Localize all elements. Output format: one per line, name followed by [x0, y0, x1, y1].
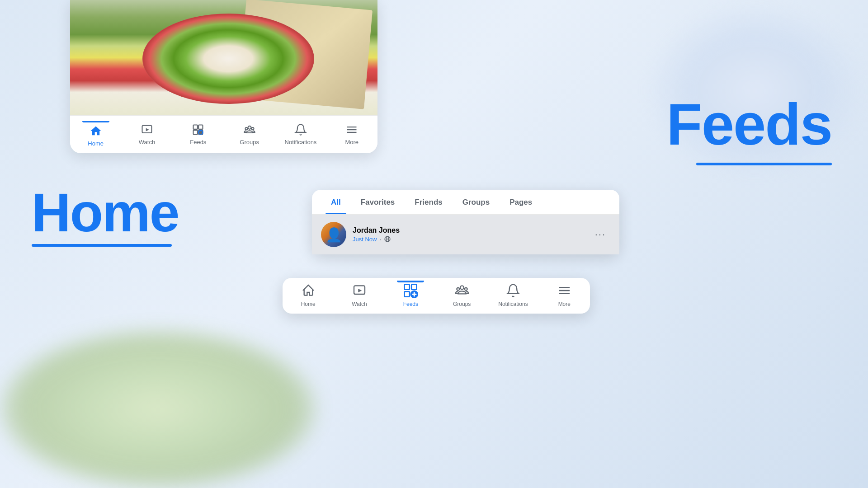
- active-indicator: [82, 121, 109, 122]
- svg-rect-20: [412, 285, 417, 290]
- bottom-nav-home-label: Home: [301, 301, 316, 307]
- feeds-label-underline: [696, 163, 832, 165]
- feeds-card: All Favorites Friends Groups Pages Jorda…: [312, 190, 619, 254]
- svg-rect-21: [405, 291, 410, 296]
- bottom-nav-watch[interactable]: Watch: [339, 282, 380, 307]
- home-icon: [89, 124, 103, 138]
- svg-marker-1: [146, 128, 149, 131]
- tab-friends[interactable]: Friends: [405, 190, 452, 214]
- bottom-groups-icon: [454, 282, 470, 299]
- nav-groups-label: Groups: [240, 139, 259, 145]
- bottom-more-icon: [556, 282, 572, 299]
- svg-marker-18: [358, 289, 362, 292]
- nav-item-home[interactable]: Home: [78, 121, 114, 147]
- background-blur-left: [0, 330, 316, 488]
- bottom-nav-notifications-label: Notifications: [498, 301, 528, 307]
- svg-rect-4: [193, 130, 198, 134]
- bottom-nav-groups-label: Groups: [453, 301, 471, 307]
- nav-item-groups[interactable]: Groups: [231, 122, 268, 145]
- bottom-nav-card: Home Watch: [283, 278, 590, 314]
- nav-item-more[interactable]: More: [334, 122, 370, 145]
- bottom-nav-notifications[interactable]: Notifications: [493, 282, 533, 307]
- post-header: Jordan Jones Just Now · ···: [312, 215, 619, 254]
- svg-text:↺: ↺: [199, 131, 203, 135]
- bottom-watch-icon: [351, 282, 368, 299]
- nav-watch-label: Watch: [139, 139, 155, 145]
- bottom-nav-bar: Home Watch: [283, 282, 590, 307]
- home-label: Home: [32, 185, 179, 239]
- nav-item-notifications[interactable]: Notifications: [283, 122, 319, 145]
- nav-notifications-label: Notifications: [285, 139, 317, 145]
- bottom-nav-more[interactable]: More: [544, 282, 585, 307]
- post-info: Jordan Jones Just Now ·: [353, 226, 584, 243]
- post-time: Just Now: [353, 236, 377, 243]
- bottom-home-icon: [300, 282, 316, 299]
- post-meta: Just Now ·: [353, 235, 584, 243]
- more-icon: [344, 122, 359, 137]
- svg-point-25: [464, 288, 467, 291]
- home-label-underline: [32, 244, 172, 247]
- bottom-nav-home[interactable]: Home: [288, 282, 329, 307]
- bottom-feeds-icon: [402, 282, 419, 299]
- feeds-icon: ↺: [191, 122, 205, 137]
- nav-feeds-label: Feeds: [190, 139, 206, 145]
- svg-point-23: [460, 286, 464, 289]
- svg-point-8: [248, 126, 251, 129]
- nav-item-feeds[interactable]: ↺ Feeds: [180, 122, 216, 145]
- tab-all[interactable]: All: [321, 190, 351, 214]
- svg-rect-2: [193, 125, 198, 129]
- svg-rect-19: [405, 285, 410, 290]
- feeds-active-bar: [397, 281, 424, 282]
- svg-point-10: [251, 127, 254, 130]
- watch-icon: [140, 122, 154, 137]
- tab-groups[interactable]: Groups: [453, 190, 500, 214]
- post-more-button[interactable]: ···: [590, 229, 610, 240]
- feeds-tabs: All Favorites Friends Groups Pages: [312, 190, 619, 215]
- nav-item-watch[interactable]: Watch: [129, 122, 165, 145]
- nav-home-label: Home: [88, 140, 104, 147]
- svg-point-24: [457, 288, 459, 291]
- feeds-label: Feeds: [666, 95, 832, 154]
- bottom-nav-more-label: More: [558, 301, 571, 307]
- dot-separator: ·: [379, 236, 381, 243]
- groups-icon: [242, 122, 257, 137]
- tab-favorites[interactable]: Favorites: [351, 190, 405, 214]
- top-nav-bar: Home Watch ↺: [70, 115, 377, 153]
- svg-rect-3: [198, 125, 203, 129]
- globe-icon: [384, 235, 391, 243]
- bottom-nav-watch-label: Watch: [352, 301, 367, 307]
- bottom-nav-feeds-label: Feeds: [403, 301, 418, 307]
- svg-point-9: [245, 127, 247, 130]
- food-image: [70, 0, 377, 115]
- avatar: [321, 222, 346, 247]
- notifications-icon: [293, 122, 308, 137]
- nav-more-label: More: [345, 139, 359, 145]
- tab-pages[interactable]: Pages: [500, 190, 542, 214]
- bottom-notifications-icon: [505, 282, 521, 299]
- post-author-name: Jordan Jones: [353, 226, 584, 235]
- top-phone-card: Home Watch ↺: [70, 0, 377, 153]
- bottom-nav-groups[interactable]: Groups: [442, 282, 482, 307]
- bottom-nav-feeds[interactable]: Feeds: [390, 282, 431, 307]
